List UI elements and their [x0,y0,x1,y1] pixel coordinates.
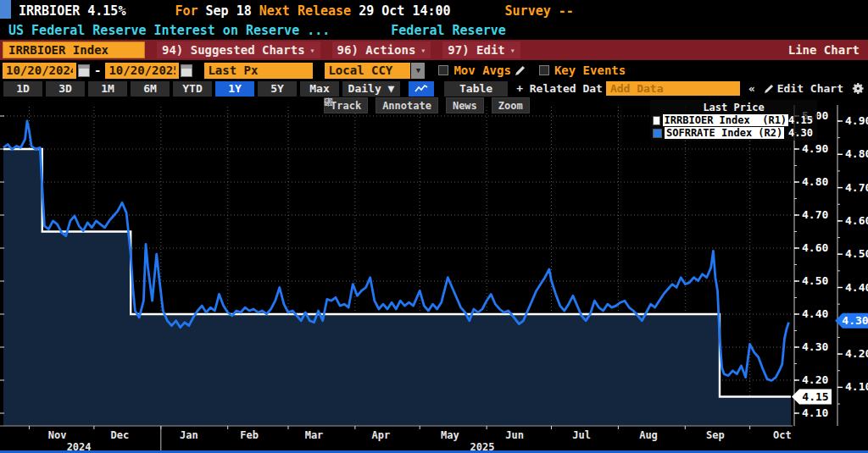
mov-avgs-label: Mov Avgs [453,64,510,77]
svg-text:4.20: 4.20 [802,373,828,386]
range-tab-ytd[interactable]: YTD [173,81,212,97]
last-value: 4.15% [87,3,125,19]
header-line-1: IRRBIOER 4.15%For Sep 18 Next Release 29… [19,2,574,20]
date-to-input[interactable] [105,63,179,79]
series-label: IRRBIOER Index (R1) [663,114,789,126]
svg-text:Mar: Mar [305,429,324,441]
price-chart[interactable]: 5.004.904.804.704.604.504.404.304.204.10… [0,95,868,451]
survey-label: Survey [505,3,551,19]
edit-chart-button[interactable]: Edit Chart [764,82,843,95]
svg-text:4.80: 4.80 [802,175,828,188]
range-tab-max[interactable]: Max [300,81,339,97]
svg-text:Feb: Feb [240,429,259,441]
chart-type-label: Line Chart [788,43,860,57]
mov-avgs-checkbox[interactable] [438,65,448,75]
svg-text:Oct: Oct [773,429,792,441]
svg-text:4.40: 4.40 [845,281,868,294]
security-source: Federal Reserve [391,23,505,38]
line-chart-tab[interactable] [409,81,434,97]
x-axis: NovDecJanFebMarAprMayJunJulAugSepOct2024… [0,426,793,451]
svg-text:4.40: 4.40 [802,307,828,320]
svg-text:4.30: 4.30 [842,314,868,327]
magnifier-icon [324,97,333,107]
legend-item[interactable]: SOFRRATE Index (R2) 4.30 [653,127,815,139]
related-data-button[interactable]: + Related Dat [516,82,603,95]
calendar-icon[interactable] [78,64,90,77]
chart-float-toolbar: Track Annotate News Zoom [324,97,530,113]
security-input[interactable]: IRRBIOER Index [3,41,145,58]
period-dropdown[interactable]: Daily ▼ [342,81,400,97]
legend-title: Last Price [653,102,815,113]
table-tab[interactable]: Table [444,81,508,97]
svg-text:Apr: Apr [372,429,391,441]
menu-suggested-charts[interactable]: 94) Suggested Charts▾ [157,41,320,58]
currency-dropdown-button[interactable]: ▼ [411,63,425,79]
ticker: IRRBIOER [19,3,80,19]
svg-text:4.15: 4.15 [802,390,828,403]
svg-text:4.70: 4.70 [845,181,868,194]
range-tab-1y[interactable]: 1Y [215,81,254,97]
svg-text:Jun: Jun [505,429,524,441]
add-data-input[interactable] [606,81,740,96]
legend-item[interactable]: IRRBIOER Index (R1) 4.15 [653,114,815,126]
series-swatch [653,116,660,125]
svg-text:4.60: 4.60 [802,241,828,254]
price-chart-svg[interactable]: 5.004.904.804.704.604.504.404.304.204.10… [0,95,868,451]
right-axis-inner: 5.004.904.804.704.604.504.404.304.204.10 [794,105,828,426]
chevron-down-icon: ▾ [310,46,315,55]
chevron-down-icon: ▾ [420,46,426,55]
range-tab-3d[interactable]: 3D [46,81,85,97]
series-value: 4.15 [788,114,815,126]
svg-text:Sep: Sep [706,429,725,441]
series-swatch [653,129,662,138]
last-price-badge-sofrrate: 4.30 [835,313,868,329]
security-description: US Federal Reserve Interest on Reserve .… [8,23,330,38]
range-tab-5y[interactable]: 5Y [258,81,297,97]
svg-text:4.10: 4.10 [845,380,868,393]
svg-text:Dec: Dec [111,429,130,441]
range-tab-1d[interactable]: 1D [3,81,42,97]
tabbar-right-cluster: + Related Dat « Edit Chart [516,81,865,96]
price-field-input[interactable] [204,63,313,79]
zoom-button[interactable]: Zoom [492,97,530,113]
chevron-down-icon: ▾ [510,46,515,55]
key-events-checkbox[interactable] [539,65,549,75]
range-tab-1m[interactable]: 1M [88,81,127,97]
security-color-tag [0,0,11,19]
header-line-2: US Federal Reserve Interest on Reserve .… [8,21,506,39]
svg-text:4.80: 4.80 [845,147,868,160]
svg-text:Nov: Nov [48,429,67,441]
series-label: SOFRRATE Index (R2) [665,127,784,139]
svg-text:4.60: 4.60 [845,214,868,227]
bloomberg-terminal-window: IRRBIOER 4.15%For Sep 18 Next Release 29… [0,0,868,453]
area-fill [3,149,791,426]
menu-edit[interactable]: 97) Edit▾ [442,41,520,58]
collapse-panel-button[interactable]: « [748,82,755,95]
currency-input[interactable] [325,63,410,79]
line-chart-icon [415,84,428,93]
chart-settings-button[interactable] [852,82,865,95]
annotate-button[interactable]: Annotate [376,97,438,113]
chart-legend: Last Price IRRBIOER Index (R1) 4.15 SOFR… [650,100,817,141]
news-button[interactable]: News [446,97,484,113]
svg-text:4.50: 4.50 [802,274,828,287]
menu-actions[interactable]: 96) Actions▾ [332,41,431,58]
date-from-input[interactable] [3,63,76,79]
svg-text:Jan: Jan [180,429,198,441]
for-date: Sep 18 [206,3,252,19]
gear-icon [852,82,865,95]
svg-text:Jul: Jul [572,429,591,441]
survey-value: -- [559,3,574,19]
range-tabs: 1D3D1M6MYTD1Y5YMax [0,81,339,97]
svg-text:4.90: 4.90 [845,114,868,127]
pencil-icon [764,84,774,94]
range-tab-6m[interactable]: 6M [131,81,170,97]
next-release-value: 29 Oct 14:00 [359,3,450,19]
next-release-label: Next Release [259,3,351,19]
calendar-icon[interactable] [181,64,192,77]
svg-text:May: May [441,429,459,441]
last-price-badge-irrbioer: 4.15 [792,389,832,405]
svg-text:Aug: Aug [639,429,658,441]
svg-text:4.50: 4.50 [845,247,868,260]
pencil-icon[interactable] [515,65,526,76]
